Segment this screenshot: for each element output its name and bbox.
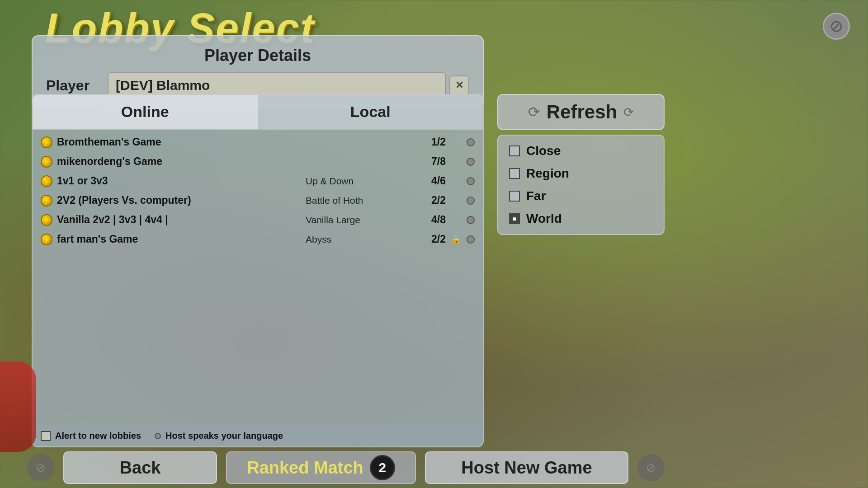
ranked-match-button[interactable]: Ranked Match 2 <box>226 451 416 484</box>
nav-icon-right: ⊘ <box>637 454 665 481</box>
filter-item-far[interactable]: Far <box>509 189 653 203</box>
ranked-badge: 2 <box>370 455 395 480</box>
lobby-icon: ⚡ <box>41 195 52 206</box>
back-button[interactable]: Back <box>63 451 217 484</box>
filter-item-region[interactable]: Region <box>509 166 653 181</box>
lobby-status-dot <box>467 197 475 205</box>
lobby-lock-icon: 🔒 <box>450 235 462 244</box>
list-item[interactable]: ⚡ Bromtheman's Game 1/2 <box>33 132 483 152</box>
lobby-name: 2V2 (Players Vs. computer) <box>57 194 301 206</box>
refresh-icon-right: ⟳ <box>623 105 634 120</box>
refresh-button[interactable]: ⟳ Refresh ⟳ <box>497 94 665 130</box>
alert-label: Alert to new lobbies <box>55 431 141 441</box>
list-item[interactable]: ⚡ mikenordeng's Game 7/8 <box>33 152 483 171</box>
close-icon[interactable] <box>823 13 850 40</box>
player-label: Player <box>46 77 100 94</box>
tab-local[interactable]: Local <box>258 95 483 129</box>
lobby-footer: Alert to new lobbies Host speaks your la… <box>33 425 483 446</box>
lobby-status-dot <box>467 158 475 166</box>
lobby-map: Vanilla Large <box>306 215 405 225</box>
filter-item-close[interactable]: Close <box>509 144 653 158</box>
lobby-icon: ⚡ <box>41 136 52 148</box>
bottom-bar: ⊘ Back Ranked Match 2 Host New Game ⊘ <box>0 447 868 488</box>
filter-checkbox-region[interactable] <box>509 168 520 179</box>
host-new-game-button[interactable]: Host New Game <box>425 451 628 484</box>
filter-checkbox-world[interactable] <box>509 213 520 224</box>
player-details-title: Player Details <box>46 46 469 65</box>
lobby-count: 2/2 <box>410 194 446 206</box>
lobby-map: Battle of Hoth <box>306 195 405 206</box>
lobby-name: Vanilla 2v2 | 3v3 | 4v4 | <box>57 214 301 226</box>
lobby-status-dot <box>467 216 475 224</box>
lobby-icon: ⚡ <box>41 234 52 245</box>
lobby-status-dot <box>467 177 475 185</box>
host-language-label: Host speaks your language <box>165 431 283 441</box>
lobby-icon: ⚡ <box>41 175 52 187</box>
lobby-icon: ⚡ <box>41 214 52 226</box>
list-item[interactable]: ⚡ 2V2 (Players Vs. computer) Battle of H… <box>33 191 483 210</box>
lobby-icon: ⚡ <box>41 156 52 168</box>
tab-online[interactable]: Online <box>33 95 258 129</box>
lobby-name: 1v1 or 3v3 <box>57 175 301 187</box>
lobby-map: Abyss <box>306 234 405 245</box>
filter-checkbox-far[interactable] <box>509 191 520 202</box>
clear-player-name-button[interactable]: ✕ <box>449 75 469 95</box>
list-item[interactable]: ⚡ Vanilla 2v2 | 3v3 | 4v4 | Vanilla Larg… <box>33 210 483 230</box>
lobby-count: 4/8 <box>410 214 446 226</box>
refresh-icon-left: ⟳ <box>528 103 540 121</box>
list-item[interactable]: ⚡ 1v1 or 3v3 Up & Down 4/6 <box>33 171 483 191</box>
lobby-count: 7/8 <box>410 155 446 168</box>
refresh-label: Refresh <box>547 101 617 123</box>
filter-checkbox-close[interactable] <box>509 145 520 156</box>
lobby-status-dot <box>467 235 475 244</box>
lobby-list: ⚡ Bromtheman's Game 1/2 ⚡ mikenordeng's … <box>33 130 483 425</box>
lobby-count: 1/2 <box>410 136 446 148</box>
nav-icon-left: ⊘ <box>27 454 54 481</box>
alert-to-new-lobbies-toggle[interactable]: Alert to new lobbies <box>41 431 141 441</box>
lobby-count: 2/2 <box>410 233 446 245</box>
decorative-worm <box>0 361 36 452</box>
lobby-name: mikenordeng's Game <box>57 155 301 168</box>
lobby-name: Bromtheman's Game <box>57 136 301 148</box>
filter-item-world[interactable]: World <box>509 211 653 226</box>
ranked-match-label: Ranked Match <box>247 458 363 478</box>
filter-panel: Close Region Far World <box>497 135 665 235</box>
language-dot <box>155 433 161 439</box>
filter-label-world: World <box>526 211 562 226</box>
lobby-count: 4/6 <box>410 175 446 187</box>
filter-label-far: Far <box>526 189 546 203</box>
lobby-name: fart man's Game <box>57 233 301 245</box>
filter-label-region: Region <box>526 166 569 181</box>
lobby-map: Up & Down <box>306 176 405 187</box>
filter-label-close: Close <box>526 144 561 158</box>
alert-checkbox[interactable] <box>41 431 51 441</box>
lobby-tabs: Online Local <box>33 95 483 130</box>
list-item[interactable]: ⚡ fart man's Game Abyss 2/2 🔒 <box>33 230 483 249</box>
lobby-panel: Online Local ⚡ Bromtheman's Game 1/2 ⚡ m… <box>32 94 484 447</box>
host-language-indicator: Host speaks your language <box>155 431 283 441</box>
lobby-status-dot <box>467 138 475 146</box>
